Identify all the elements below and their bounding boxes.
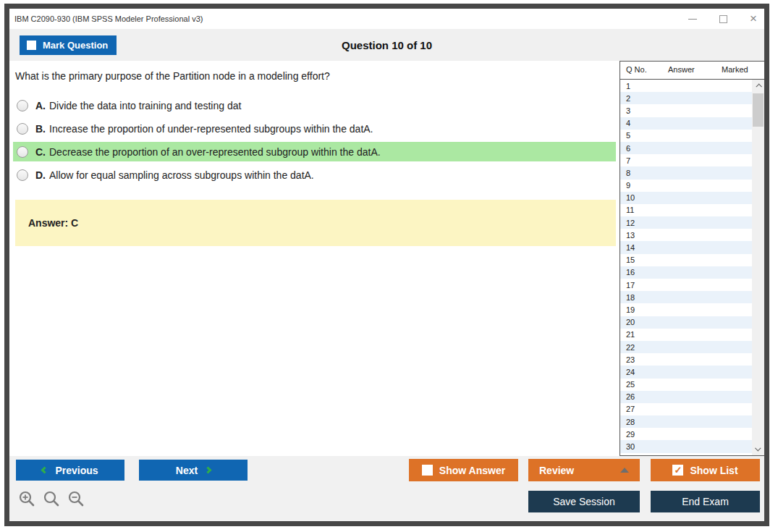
- question-list-row[interactable]: 25: [620, 379, 752, 391]
- question-list-row[interactable]: 4: [620, 117, 752, 130]
- question-number: 24: [626, 368, 635, 376]
- question-list-row[interactable]: 6: [620, 142, 752, 154]
- question-text: What is the primary purpose of the Parti…: [15, 70, 330, 82]
- close-icon[interactable]: ×: [750, 14, 757, 24]
- next-button[interactable]: Next: [139, 460, 248, 481]
- zoom-in-icon[interactable]: [18, 490, 36, 508]
- question-list-row[interactable]: 16: [620, 266, 752, 279]
- question-list-row[interactable]: 17: [620, 279, 752, 291]
- radio-icon[interactable]: [17, 123, 28, 135]
- zoom-out-icon[interactable]: [67, 490, 85, 508]
- question-number: 18: [626, 293, 635, 302]
- option-d[interactable]: D.Allow for equal sampling across subgro…: [13, 165, 616, 185]
- mark-question-label: Mark Question: [43, 40, 108, 51]
- mark-question-checkbox-icon[interactable]: [27, 41, 36, 50]
- question-list-row[interactable]: 23: [620, 353, 752, 366]
- question-list-row[interactable]: 19: [620, 303, 752, 316]
- zoom-reset-icon[interactable]: [43, 490, 61, 508]
- next-label: Next: [176, 465, 198, 476]
- question-list-row[interactable]: 7: [620, 154, 752, 166]
- question-number: 26: [626, 392, 635, 401]
- question-number: 3: [626, 106, 630, 115]
- options-list: A.Divide the data into training and test…: [13, 96, 616, 188]
- option-letter: B.: [35, 123, 46, 135]
- question-list-row[interactable]: 21: [620, 329, 752, 341]
- question-number: 25: [626, 380, 635, 389]
- radio-icon[interactable]: [17, 146, 28, 158]
- review-button[interactable]: Review: [528, 459, 640, 481]
- show-answer-checkbox-icon[interactable]: [422, 465, 433, 476]
- radio-icon[interactable]: [17, 169, 28, 181]
- question-number: 16: [626, 268, 635, 276]
- show-list-button[interactable]: ✓ Show List: [651, 459, 760, 481]
- question-list-row[interactable]: 12: [620, 216, 752, 229]
- question-list-row[interactable]: 2: [620, 92, 752, 104]
- question-counter: Question 10 of 10: [9, 39, 764, 51]
- app-window: IBM C2090-930 (IBM SPSS Modeler Professi…: [4, 4, 769, 526]
- question-number: 28: [626, 418, 635, 426]
- title-bar: IBM C2090-930 (IBM SPSS Modeler Professi…: [9, 9, 764, 29]
- mark-question-button[interactable]: Mark Question: [20, 35, 117, 55]
- question-number: 13: [626, 231, 635, 240]
- previous-label: Previous: [55, 465, 98, 476]
- question-list-row[interactable]: 14: [620, 241, 752, 253]
- question-list-row[interactable]: 30: [620, 440, 752, 452]
- question-list-row[interactable]: 20: [620, 316, 752, 329]
- question-number: 14: [626, 243, 635, 252]
- option-c[interactable]: C.Decrease the proportion of an over-rep…: [13, 142, 616, 161]
- save-session-button[interactable]: Save Session: [528, 491, 640, 512]
- question-list-row[interactable]: 15: [620, 254, 752, 266]
- previous-button[interactable]: Previous: [16, 460, 124, 481]
- question-number: 17: [626, 281, 635, 290]
- minimize-icon[interactable]: [688, 19, 697, 20]
- maximize-icon[interactable]: [719, 15, 727, 23]
- scrollbar[interactable]: [752, 80, 764, 455]
- scroll-up-icon[interactable]: [752, 80, 764, 92]
- question-list-header: Q No. Answer Marked: [620, 62, 764, 80]
- question-number: 23: [626, 355, 635, 364]
- question-list-panel: Q No. Answer Marked 12345678910111213141…: [620, 61, 764, 456]
- option-text: Allow for equal sampling across subgroup…: [49, 169, 314, 181]
- option-b[interactable]: B.Increase the proportion of under-repre…: [13, 119, 616, 138]
- option-a[interactable]: A.Divide the data into training and test…: [13, 96, 616, 115]
- question-list-row[interactable]: 8: [620, 166, 752, 179]
- question-list-row[interactable]: 18: [620, 291, 752, 303]
- question-list-row[interactable]: 24: [620, 366, 752, 378]
- option-text: Decrease the proportion of an over-repre…: [49, 146, 381, 158]
- option-letter: A.: [35, 100, 46, 111]
- end-exam-button[interactable]: End Exam: [651, 491, 760, 512]
- question-number: 27: [626, 405, 635, 413]
- question-list-row[interactable]: 13: [620, 229, 752, 241]
- question-list-row[interactable]: 5: [620, 130, 752, 142]
- chevron-right-icon: [205, 467, 212, 474]
- question-list-row[interactable]: 3: [620, 104, 752, 117]
- main-area: What is the primary purpose of the Parti…: [9, 61, 764, 456]
- window-title: IBM C2090-930 (IBM SPSS Modeler Professi…: [9, 14, 203, 23]
- show-answer-label: Show Answer: [439, 465, 505, 476]
- option-letter: C.: [35, 146, 46, 158]
- radio-icon[interactable]: [17, 100, 28, 111]
- question-number: 19: [626, 305, 635, 314]
- question-list-row[interactable]: 11: [620, 204, 752, 216]
- question-list-row[interactable]: 9: [620, 180, 752, 192]
- question-list-row[interactable]: 22: [620, 341, 752, 353]
- question-number: 1: [626, 82, 630, 90]
- triangle-up-icon: [620, 468, 629, 473]
- question-list-row[interactable]: 10: [620, 192, 752, 204]
- show-answer-button[interactable]: Show Answer: [409, 459, 518, 481]
- question-number: 21: [626, 330, 635, 339]
- scrollbar-thumb[interactable]: [753, 93, 764, 127]
- question-list-row[interactable]: 27: [620, 403, 752, 415]
- question-list-row[interactable]: 1: [620, 80, 752, 92]
- question-list-row[interactable]: 26: [620, 391, 752, 403]
- question-list-row[interactable]: 28: [620, 415, 752, 428]
- question-list-row[interactable]: 29: [620, 428, 752, 440]
- question-list-body-wrap: 1234567891011121314151617181920212223242…: [620, 80, 764, 455]
- question-number: 30: [626, 442, 635, 451]
- scroll-down-icon[interactable]: [752, 443, 764, 455]
- question-area: What is the primary purpose of the Parti…: [9, 61, 620, 456]
- review-label: Review: [539, 465, 574, 476]
- column-header-answer: Answer: [668, 65, 695, 74]
- show-list-label: Show List: [690, 465, 737, 476]
- show-list-checkbox-icon[interactable]: ✓: [672, 465, 683, 476]
